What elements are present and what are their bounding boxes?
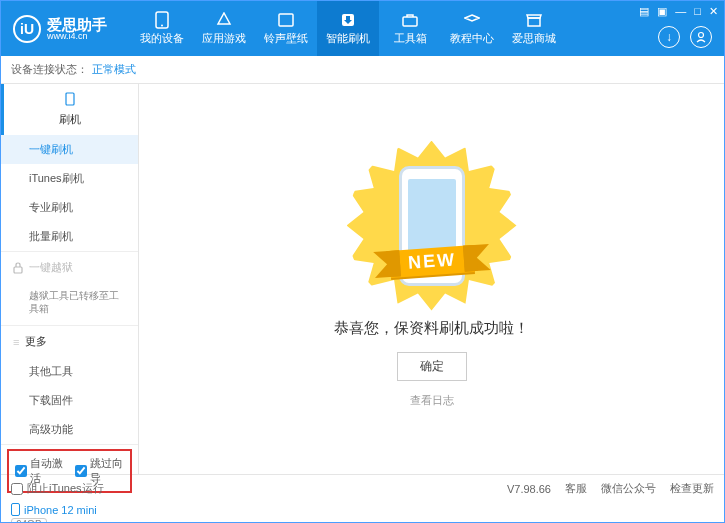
sidebar-item-other[interactable]: 其他工具: [1, 357, 138, 386]
device-name-row: iPhone 12 mini: [11, 503, 128, 516]
sidebar-item-pro[interactable]: 专业刷机: [1, 193, 138, 222]
sidebar-jailbreak-head[interactable]: 一键越狱: [1, 252, 138, 283]
nav-store[interactable]: 爱思商城: [503, 1, 565, 56]
maximize-icon[interactable]: □: [694, 5, 701, 18]
nav-tutorials[interactable]: 教程中心: [441, 1, 503, 56]
status-mode: 正常模式: [92, 62, 136, 77]
nav-smart-flash[interactable]: 智能刷机: [317, 1, 379, 56]
status-bar: 设备连接状态： 正常模式: [1, 56, 724, 84]
checkbox-input[interactable]: [11, 483, 23, 495]
checkbox-input[interactable]: [15, 465, 27, 477]
store-icon: [525, 11, 543, 29]
version-label: V7.98.66: [507, 483, 551, 495]
checkbox-input[interactable]: [75, 465, 87, 477]
wallpaper-icon: [277, 11, 295, 29]
nav-ringtones[interactable]: 铃声壁纸: [255, 1, 317, 56]
sidebar-more-head[interactable]: ≡ 更多: [1, 326, 138, 357]
sidebar: 刷机 一键刷机 iTunes刷机 专业刷机 批量刷机 一键越狱 越狱工具已转移至…: [1, 84, 139, 474]
app-site: www.i4.cn: [47, 32, 107, 41]
success-message: 恭喜您，保资料刷机成功啦！: [334, 319, 529, 338]
sidebar-item-oneclick[interactable]: 一键刷机: [1, 135, 138, 164]
svg-rect-7: [66, 93, 74, 105]
window-controls: ▤ ▣ — □ ✕: [639, 5, 718, 18]
main-nav: 我的设备 应用游戏 铃声壁纸 智能刷机 工具箱 教程中心 爱思商城: [131, 1, 565, 56]
nav-label: 爱思商城: [512, 31, 556, 46]
header-right-icons: ↓: [658, 26, 712, 48]
new-ribbon: NEW: [389, 245, 475, 278]
svg-rect-9: [12, 504, 20, 516]
checkbox-label: 阻止iTunes运行: [27, 481, 104, 496]
sidebar-head-label: 更多: [25, 334, 47, 349]
sidebar-item-advanced[interactable]: 高级功能: [1, 415, 138, 444]
wechat-link[interactable]: 微信公众号: [601, 481, 656, 496]
flash-icon: [339, 11, 357, 29]
nav-label: 智能刷机: [326, 31, 370, 46]
sidebar-head-label: 一键越狱: [29, 260, 73, 275]
skin-icon[interactable]: ▣: [657, 5, 667, 18]
status-label: 设备连接状态：: [11, 62, 88, 77]
device-phone-icon: [11, 503, 20, 516]
download-icon[interactable]: ↓: [658, 26, 680, 48]
sidebar-item-batch[interactable]: 批量刷机: [1, 222, 138, 251]
minimize-icon[interactable]: —: [675, 5, 686, 18]
svg-point-6: [699, 33, 704, 38]
nav-label: 工具箱: [394, 31, 427, 46]
jailbreak-note: 越狱工具已转移至工具箱: [1, 283, 138, 325]
list-icon: ≡: [13, 336, 19, 348]
device-storage: 64GB: [11, 518, 47, 523]
nav-label: 我的设备: [140, 31, 184, 46]
main-content: NEW 恭喜您，保资料刷机成功啦！ 确定 查看日志: [139, 84, 724, 474]
device-info[interactable]: iPhone 12 mini 64GB Down-12mini-13,1: [1, 497, 138, 523]
svg-rect-2: [279, 14, 293, 26]
view-log-link[interactable]: 查看日志: [410, 393, 454, 408]
nav-apps[interactable]: 应用游戏: [193, 1, 255, 56]
nav-label: 铃声壁纸: [264, 31, 308, 46]
nav-my-device[interactable]: 我的设备: [131, 1, 193, 56]
block-itunes-checkbox[interactable]: 阻止iTunes运行: [11, 481, 104, 496]
app-header: iU 爱思助手 www.i4.cn 我的设备 应用游戏 铃声壁纸 智能刷机 工具…: [1, 1, 724, 56]
user-icon[interactable]: [690, 26, 712, 48]
logo-area: iU 爱思助手 www.i4.cn: [1, 15, 131, 43]
nav-label: 教程中心: [450, 31, 494, 46]
footer-right: V7.98.66 客服 微信公众号 检查更新: [507, 481, 714, 496]
app-name: 爱思助手: [47, 17, 107, 32]
sidebar-item-firmware[interactable]: 下载固件: [1, 386, 138, 415]
device-name: iPhone 12 mini: [24, 504, 97, 516]
ok-button[interactable]: 确定: [397, 352, 467, 381]
sidebar-item-itunes[interactable]: iTunes刷机: [1, 164, 138, 193]
sidebar-flash-head[interactable]: 刷机: [1, 84, 138, 135]
close-icon[interactable]: ✕: [709, 5, 718, 18]
nav-toolbox[interactable]: 工具箱: [379, 1, 441, 56]
phone-icon: [153, 11, 171, 29]
logo-icon: iU: [13, 15, 41, 43]
success-graphic: NEW: [342, 151, 522, 301]
svg-point-1: [161, 25, 163, 27]
sidebar-head-label: 刷机: [59, 112, 81, 127]
toolbox-icon: [401, 11, 419, 29]
menu-icon[interactable]: ▤: [639, 5, 649, 18]
svg-rect-4: [403, 17, 417, 26]
customer-service-link[interactable]: 客服: [565, 481, 587, 496]
lock-icon: [13, 262, 23, 274]
phone-small-icon: [65, 92, 75, 106]
nav-label: 应用游戏: [202, 31, 246, 46]
apps-icon: [215, 11, 233, 29]
svg-rect-5: [528, 18, 540, 26]
svg-rect-8: [14, 267, 22, 273]
tutorial-icon: [463, 11, 481, 29]
check-update-link[interactable]: 检查更新: [670, 481, 714, 496]
